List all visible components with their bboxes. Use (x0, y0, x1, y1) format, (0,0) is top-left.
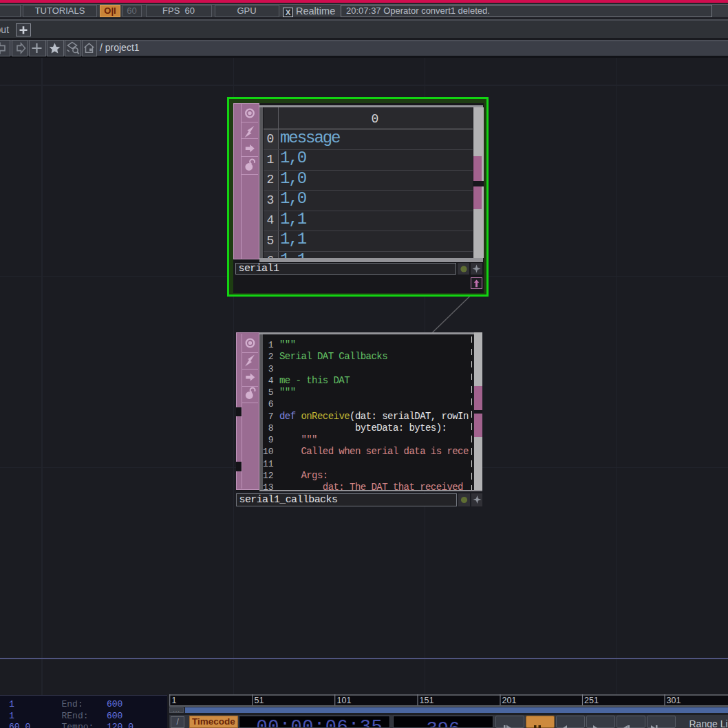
svg-text:101: 101 (336, 696, 351, 705)
svg-text:151: 151 (419, 696, 433, 705)
svg-text:201: 201 (502, 696, 516, 705)
svg-text:51: 51 (254, 696, 264, 705)
svg-text:1: 1 (171, 696, 176, 705)
svg-text:251: 251 (584, 696, 599, 705)
svg-text:301: 301 (666, 696, 681, 705)
